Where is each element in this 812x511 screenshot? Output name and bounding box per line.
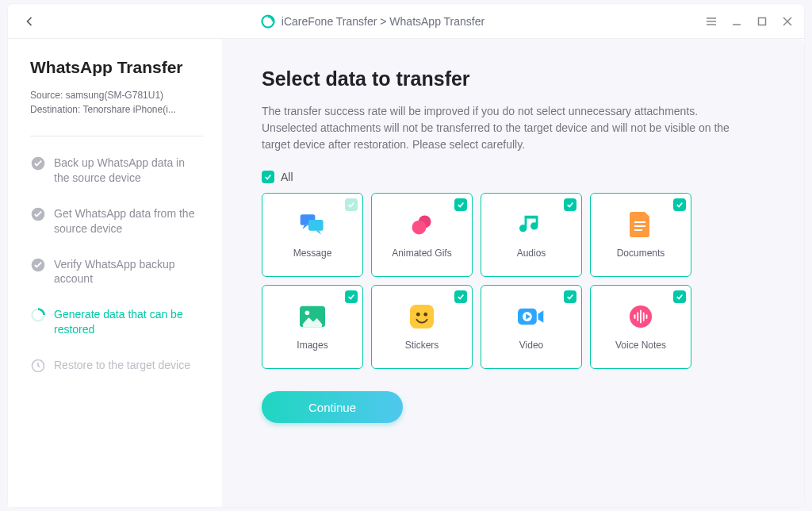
data-card-message[interactable]: Message: [262, 193, 363, 277]
voice-icon: [627, 303, 654, 330]
check-icon: [566, 201, 574, 209]
card-checkbox[interactable]: [345, 198, 358, 211]
window-controls: [704, 17, 795, 26]
main-description: The transfer success rate will be improv…: [262, 103, 753, 153]
sticker-icon: [408, 303, 435, 330]
data-card-audio[interactable]: Audios: [481, 193, 582, 277]
close-button[interactable]: [780, 17, 795, 26]
svg-point-21: [305, 310, 310, 315]
card-label: Images: [297, 340, 327, 351]
select-all-row[interactable]: All: [262, 171, 764, 183]
svg-point-23: [416, 313, 420, 317]
page-title: WhatsApp Transfer: [30, 58, 203, 77]
step-status-icon: [30, 156, 46, 171]
menu-button[interactable]: [704, 17, 718, 26]
device-meta: Source: samsung(SM-G781U1) Destination: …: [30, 88, 203, 117]
check-icon: [264, 173, 272, 181]
svg-rect-19: [634, 229, 642, 231]
card-checkbox[interactable]: [345, 290, 358, 303]
svg-rect-17: [634, 221, 645, 223]
step-item: Generate data that can be restored: [30, 307, 203, 337]
step-item: Restore to the target device: [30, 358, 203, 374]
step-status-icon: [30, 307, 46, 323]
step-status-icon: [30, 358, 46, 374]
gif-icon: [408, 211, 435, 238]
step-label: Restore to the target device: [54, 358, 190, 373]
data-card-gif[interactable]: Animated Gifs: [371, 193, 473, 277]
step-item: Verify WhatsApp backup account: [30, 257, 203, 287]
message-icon: [299, 211, 326, 238]
step-label: Back up WhatsApp data in the source devi…: [54, 156, 203, 186]
check-icon: [457, 293, 465, 301]
svg-rect-5: [759, 17, 766, 25]
svg-point-16: [412, 221, 427, 235]
svg-point-24: [423, 313, 427, 317]
card-label: Stickers: [405, 340, 439, 351]
arrow-left-icon: [21, 13, 37, 29]
step-label: Verify WhatsApp backup account: [54, 257, 203, 287]
card-checkbox[interactable]: [564, 198, 576, 211]
back-button[interactable]: [17, 10, 41, 33]
step-label: Get WhatsApp data from the source device: [54, 206, 203, 236]
source-line: Source: samsung(SM-G781U1): [30, 88, 203, 102]
svg-rect-22: [410, 305, 434, 328]
select-all-label: All: [281, 171, 293, 183]
app-logo-icon: [261, 14, 275, 29]
step-item: Get WhatsApp data from the source device: [30, 206, 203, 236]
steps-list: Back up WhatsApp data in the source devi…: [30, 156, 203, 374]
step-item: Back up WhatsApp data in the source devi…: [30, 156, 203, 186]
svg-rect-18: [634, 225, 645, 227]
data-type-grid: MessageAnimated GifsAudiosDocumentsImage…: [262, 193, 764, 369]
data-card-sticker[interactable]: Stickers: [371, 285, 473, 369]
minimize-button[interactable]: [730, 17, 744, 26]
card-label: Message: [293, 248, 332, 259]
card-checkbox[interactable]: [454, 290, 467, 303]
card-label: Video: [519, 340, 543, 351]
maximize-button[interactable]: [755, 17, 769, 26]
card-checkbox[interactable]: [673, 290, 686, 303]
check-icon: [347, 201, 355, 209]
main-pane: Select data to transfer The transfer suc…: [222, 39, 804, 507]
step-status-icon: [30, 257, 46, 273]
step-label: Generate data that can be restored: [54, 307, 203, 337]
data-card-voice[interactable]: Voice Notes: [590, 285, 691, 369]
card-label: Voice Notes: [615, 340, 666, 351]
card-checkbox[interactable]: [454, 198, 467, 211]
card-checkbox[interactable]: [673, 198, 686, 211]
data-card-image[interactable]: Images: [262, 285, 363, 369]
step-status-icon: [30, 206, 46, 222]
destination-line: Destination: Tenorshare iPhone(i...: [30, 102, 203, 117]
document-icon: [627, 211, 654, 238]
card-label: Audios: [517, 248, 546, 259]
check-icon: [676, 201, 684, 209]
card-checkbox[interactable]: [564, 290, 576, 303]
video-icon: [518, 303, 545, 330]
image-icon: [299, 303, 326, 330]
card-label: Animated Gifs: [392, 248, 451, 259]
check-icon: [347, 293, 355, 301]
check-icon: [457, 201, 465, 209]
title-center: iCareFone Transfer > WhatsApp Transfer: [41, 14, 704, 29]
audio-icon: [518, 211, 545, 238]
sidebar: WhatsApp Transfer Source: samsung(SM-G78…: [8, 39, 222, 507]
svg-rect-14: [308, 220, 324, 231]
main-heading: Select data to transfer: [262, 67, 764, 90]
check-icon: [566, 293, 574, 301]
data-card-video[interactable]: Video: [481, 285, 582, 369]
continue-button[interactable]: Continue: [262, 391, 403, 423]
check-icon: [676, 293, 684, 301]
card-label: Documents: [617, 248, 665, 259]
data-card-document[interactable]: Documents: [590, 193, 691, 277]
divider: [30, 136, 203, 136]
select-all-checkbox[interactable]: [262, 171, 274, 183]
window-title: iCareFone Transfer > WhatsApp Transfer: [282, 15, 485, 28]
titlebar: iCareFone Transfer > WhatsApp Transfer: [8, 4, 804, 39]
